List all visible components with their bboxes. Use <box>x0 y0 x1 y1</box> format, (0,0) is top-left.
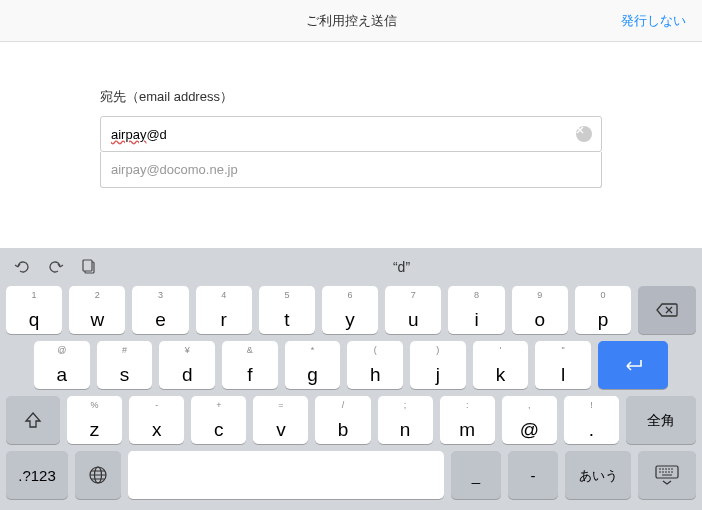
key-m[interactable]: :m <box>440 396 495 444</box>
keyboard: “d” 1q2w3e4r5t6y7u8i9o0p @a#s¥d&f*g(h)j'… <box>0 248 702 510</box>
key-underscore[interactable]: _ <box>451 451 501 499</box>
key-h[interactable]: (h <box>347 341 403 389</box>
key-t[interactable]: 5t <box>259 286 315 334</box>
key-k[interactable]: 'k <box>473 341 529 389</box>
key-backspace[interactable] <box>638 286 696 334</box>
form-area: 宛先（email address） airpay@d airpay@docomo… <box>0 42 702 188</box>
key-q[interactable]: 1q <box>6 286 62 334</box>
key-a[interactable]: @a <box>34 341 90 389</box>
key-f[interactable]: &f <box>222 341 278 389</box>
svg-rect-1 <box>83 260 92 271</box>
key-e[interactable]: 3e <box>132 286 188 334</box>
keyboard-suggestion[interactable]: “d” <box>115 259 688 275</box>
key-zenkaku[interactable]: 全角 <box>626 396 696 444</box>
key-numbers[interactable]: .?123 <box>6 451 68 499</box>
key-b[interactable]: /b <box>315 396 370 444</box>
key-g[interactable]: *g <box>285 341 341 389</box>
key-w[interactable]: 2w <box>69 286 125 334</box>
keyboard-toolbar: “d” <box>0 248 702 286</box>
key-c[interactable]: +c <box>191 396 246 444</box>
key-shift[interactable] <box>6 396 60 444</box>
key-enter[interactable] <box>598 341 668 389</box>
key-space[interactable] <box>128 451 444 499</box>
key-dot[interactable]: !. <box>564 396 619 444</box>
clipboard-icon[interactable] <box>82 259 97 275</box>
key-r[interactable]: 4r <box>196 286 252 334</box>
key-l[interactable]: "l <box>535 341 591 389</box>
key-at[interactable]: ,@ <box>502 396 557 444</box>
email-input-wrap: airpay@d <box>100 116 602 152</box>
email-field[interactable]: airpay@d <box>100 116 602 152</box>
key-x[interactable]: -x <box>129 396 184 444</box>
key-globe[interactable] <box>75 451 121 499</box>
key-y[interactable]: 6y <box>322 286 378 334</box>
skip-button[interactable]: 発行しない <box>621 12 686 30</box>
key-u[interactable]: 7u <box>385 286 441 334</box>
email-label: 宛先（email address） <box>100 88 602 106</box>
undo-icon[interactable] <box>14 260 30 274</box>
key-z[interactable]: %z <box>67 396 122 444</box>
key-n[interactable]: ;n <box>378 396 433 444</box>
key-hyphen[interactable]: - <box>508 451 558 499</box>
key-d[interactable]: ¥d <box>159 341 215 389</box>
key-hide-keyboard[interactable] <box>638 451 696 499</box>
key-i[interactable]: 8i <box>448 286 504 334</box>
redo-icon[interactable] <box>48 260 64 274</box>
header: ご利用控え送信 発行しない <box>0 0 702 42</box>
key-o[interactable]: 9o <box>512 286 568 334</box>
key-p[interactable]: 0p <box>575 286 631 334</box>
key-s[interactable]: #s <box>97 341 153 389</box>
key-kana[interactable]: あいう <box>565 451 631 499</box>
clear-icon[interactable] <box>576 126 592 142</box>
key-v[interactable]: =v <box>253 396 308 444</box>
key-j[interactable]: )j <box>410 341 466 389</box>
email-suggestion[interactable]: airpay@docomo.ne.jp <box>100 152 602 188</box>
page-title: ご利用控え送信 <box>306 12 397 30</box>
